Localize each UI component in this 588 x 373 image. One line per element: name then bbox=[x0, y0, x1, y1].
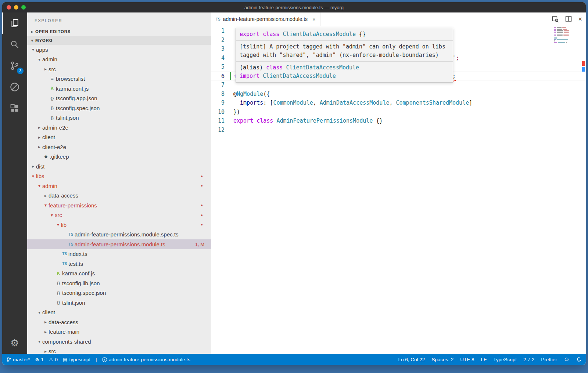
line-number[interactable]: 7 bbox=[211, 80, 230, 90]
status-notifications[interactable] bbox=[576, 357, 581, 362]
hover-tooltip: export class ClientDataAccessModule {} [… bbox=[236, 28, 453, 83]
tree-file-test.ts[interactable]: TStest.ts bbox=[27, 259, 211, 269]
close-tab-icon[interactable]: × bbox=[312, 16, 316, 22]
tree-file-browserslist[interactable]: ≡browserslist bbox=[27, 74, 211, 84]
hover-signature: export class ClientDataAccessModule {} bbox=[236, 28, 453, 41]
code-line-10[interactable]: 10}) bbox=[211, 108, 586, 117]
tree-item-label: client bbox=[42, 309, 55, 315]
tree-folder-admin[interactable]: ▾admin● bbox=[27, 181, 211, 191]
status-language-mode[interactable]: TypeScript bbox=[493, 357, 517, 362]
status-encoding[interactable]: UTF-8 bbox=[460, 357, 474, 362]
activity-item-source-control[interactable]: 3 bbox=[2, 55, 27, 76]
tree-folder-client[interactable]: ▾client bbox=[27, 308, 211, 318]
close-editor-icon[interactable]: × bbox=[578, 15, 582, 23]
open-editors-header[interactable]: ▸ OPEN EDITORS bbox=[27, 27, 211, 36]
status-linter-file[interactable]: iadmin-feature-permissions.module.ts bbox=[102, 357, 190, 362]
line-number[interactable]: 5 bbox=[211, 62, 230, 72]
scm-badge: 3 bbox=[17, 68, 24, 74]
split-editor-icon[interactable] bbox=[565, 15, 572, 23]
code-line-12[interactable]: 12 bbox=[211, 126, 586, 135]
tree-item-label: tsconfig.lib.json bbox=[62, 280, 100, 286]
code-line-8[interactable]: 8@NgModule({ bbox=[211, 90, 586, 99]
modified-dot-icon: ● bbox=[201, 203, 203, 207]
line-number[interactable]: 11 bbox=[211, 116, 230, 126]
tree-folder-feature-permissions[interactable]: ▾feature-permissions● bbox=[27, 200, 211, 210]
tree-folder-data-access[interactable]: ▸data-access bbox=[27, 191, 211, 201]
code-line-9[interactable]: 9 imports: [CommonModule, AdminDataAcces… bbox=[211, 98, 586, 108]
tree-folder-components-shared[interactable]: ▾components-shared bbox=[27, 337, 211, 347]
overview-ruler[interactable] bbox=[581, 26, 586, 354]
root-folder-header[interactable]: ▾ MYORG bbox=[27, 36, 211, 45]
activity-item-extensions[interactable] bbox=[2, 98, 27, 119]
line-number[interactable]: 6 bbox=[211, 72, 230, 80]
tree-file-tsconfig.spec.json[interactable]: {}tsconfig.spec.json bbox=[27, 288, 211, 298]
tree-file-tsconfig.spec.json[interactable]: {}tsconfig.spec.json bbox=[27, 103, 211, 113]
tree-file-index.ts[interactable]: TSindex.ts bbox=[27, 249, 211, 259]
zoom-window-button[interactable] bbox=[21, 5, 26, 10]
tree-folder-feature-main[interactable]: ▸feature-main bbox=[27, 327, 211, 337]
line-number[interactable]: 10 bbox=[211, 108, 230, 117]
line-number[interactable]: 3 bbox=[211, 44, 230, 54]
status-typescript-status[interactable]: ▤typescript bbox=[63, 357, 90, 362]
minimap[interactable] bbox=[554, 27, 580, 45]
line-number[interactable]: 2 bbox=[211, 36, 230, 45]
tree-file-karma.conf.js[interactable]: Kkarma.conf.js bbox=[27, 269, 211, 279]
tree-folder-apps[interactable]: ▾apps bbox=[27, 45, 211, 55]
tree-folder-client[interactable]: ▸client bbox=[27, 133, 211, 142]
close-window-button[interactable] bbox=[7, 5, 11, 10]
code-line-11[interactable]: 11export class AdminFeaturePermissionsMo… bbox=[211, 116, 586, 126]
status-git-branch[interactable]: master* bbox=[7, 356, 30, 362]
tree-folder-libs[interactable]: ▾libs● bbox=[27, 171, 211, 181]
activity-item-debug[interactable] bbox=[2, 76, 27, 98]
status-indentation[interactable]: Spaces: 2 bbox=[431, 357, 453, 362]
tree-item-label: admin-feature-permissions.module.spec.ts bbox=[75, 231, 179, 238]
tree-file-tslint.json[interactable]: {}tslint.json bbox=[27, 113, 211, 123]
overview-marker bbox=[582, 61, 585, 66]
code-text: export class AdminFeaturePermissionsModu… bbox=[233, 116, 383, 126]
minimize-window-button[interactable] bbox=[14, 5, 18, 10]
status-left-group: master*⊗1⚠0▤typescript|iadmin-feature-pe… bbox=[7, 356, 190, 362]
tree-file-karma.conf.js[interactable]: Kkarma.conf.js bbox=[27, 84, 211, 94]
status-bar: master*⊗1⚠0▤typescript|iadmin-feature-pe… bbox=[2, 354, 586, 365]
chevron-right-icon: ▸ bbox=[30, 164, 36, 169]
tree-file-.gitkeep[interactable]: ◆.gitkeep bbox=[27, 152, 211, 162]
line-number[interactable]: 4 bbox=[211, 54, 230, 63]
tree-folder-lib[interactable]: ▾lib● bbox=[27, 220, 211, 230]
tree-file-admin-feature-permissions.module.ts[interactable]: TSadmin-feature-permissions.module.ts1, … bbox=[27, 239, 211, 249]
settings-gear-icon[interactable]: ⚙ bbox=[10, 337, 19, 349]
tree-folder-admin[interactable]: ▾admin bbox=[27, 55, 211, 65]
tree-file-tsconfig.app.json[interactable]: {}tsconfig.app.json bbox=[27, 94, 211, 104]
tree-folder-src[interactable]: ▾src● bbox=[27, 210, 211, 220]
activity-item-explorer[interactable] bbox=[2, 12, 27, 34]
status-ts-version[interactable]: 2.7.2 bbox=[523, 357, 534, 362]
status-errors[interactable]: ⊗1 bbox=[35, 357, 44, 362]
status-feedback[interactable]: ☺ bbox=[564, 356, 570, 363]
line-number[interactable]: 9 bbox=[211, 98, 230, 108]
status-cursor-position[interactable]: Ln 6, Col 22 bbox=[398, 357, 425, 362]
chevron-down-icon: ▾ bbox=[30, 47, 36, 52]
line-number[interactable]: 8 bbox=[211, 90, 230, 99]
tree-folder-src[interactable]: ▸src bbox=[27, 347, 211, 354]
tree-folder-src[interactable]: ▸src bbox=[27, 64, 211, 74]
status-label: 1 bbox=[41, 357, 44, 362]
chevron-down-icon: ▾ bbox=[30, 174, 36, 179]
gutter-spacer bbox=[230, 44, 231, 54]
tab-admin-feature-permissions-module[interactable]: TS admin-feature-permissions.module.ts × bbox=[211, 12, 320, 26]
line-number[interactable]: 1 bbox=[211, 26, 230, 36]
tree-file-tslint.json[interactable]: {}tslint.json bbox=[27, 298, 211, 308]
editor-content[interactable]: 123;4';56import { ClientDataAccessModule… bbox=[211, 26, 586, 354]
chevron-right-icon: ▸ bbox=[36, 144, 42, 149]
tree-file-tsconfig.lib.json[interactable]: {}tsconfig.lib.json bbox=[27, 278, 211, 288]
status-formatter[interactable]: Prettier bbox=[541, 357, 557, 362]
tree-folder-data-access[interactable]: ▸data-access bbox=[27, 317, 211, 327]
line-number[interactable]: 12 bbox=[211, 126, 230, 135]
tree-file-admin-feature-permissions.module.spec.ts[interactable]: TSadmin-feature-permissions.module.spec.… bbox=[27, 230, 211, 240]
activity-item-search[interactable] bbox=[2, 34, 27, 55]
tree-item-label: .gitkeep bbox=[50, 153, 69, 160]
tree-folder-dist[interactable]: ▸dist bbox=[27, 162, 211, 171]
status-warnings[interactable]: ⚠0 bbox=[49, 357, 58, 362]
tree-folder-admin-e2e[interactable]: ▸admin-e2e bbox=[27, 123, 211, 133]
status-eol[interactable]: LF bbox=[481, 357, 487, 362]
tree-folder-client-e2e[interactable]: ▸client-e2e bbox=[27, 142, 211, 152]
open-preview-icon[interactable] bbox=[552, 15, 559, 23]
